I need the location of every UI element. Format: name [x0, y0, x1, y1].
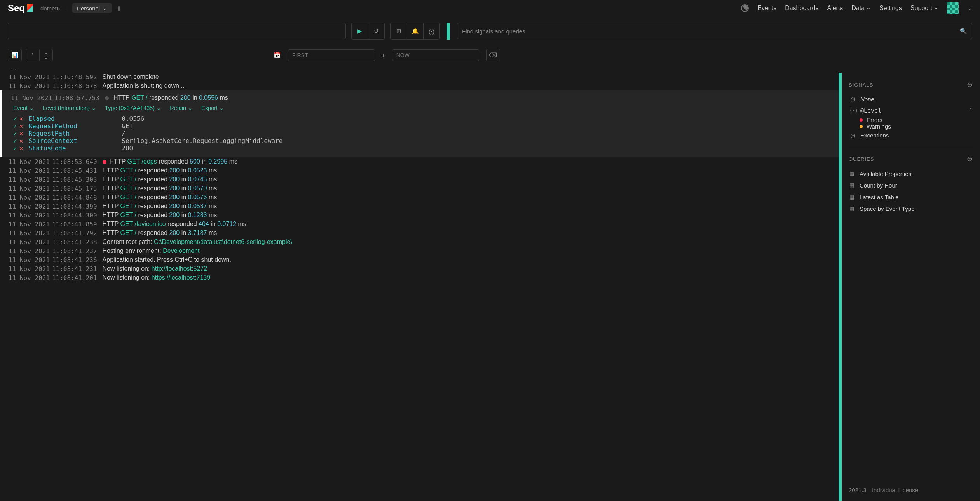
chart-icon[interactable]: 📊: [8, 49, 21, 61]
event-row[interactable]: 11 Nov 202111:10:48.578 Application is s…: [0, 82, 839, 90]
nav-events[interactable]: Events: [757, 5, 776, 12]
event-row[interactable]: 11 Nov 202111:08:41.236 Application star…: [0, 256, 839, 264]
event-message: Now listening on: http://localhost:5272: [103, 265, 830, 273]
query-item[interactable]: ▦Space by Event Type: [849, 203, 973, 214]
event-message: HTTP GET / responded 200 in 0.1283 ms: [103, 212, 830, 219]
query-input[interactable]: [8, 23, 346, 39]
avatar[interactable]: [947, 2, 959, 14]
event-row[interactable]: 11 Nov 202111:08:41.792 HTTP GET / respo…: [0, 229, 839, 238]
chevron-down-icon: ⌄: [102, 5, 107, 12]
alert-icon[interactable]: 🔔: [407, 23, 423, 39]
exclude-icon[interactable]: ✕: [19, 115, 23, 122]
warning-dot-icon: [860, 125, 863, 128]
exclude-icon[interactable]: ✕: [19, 130, 23, 137]
include-icon[interactable]: ✓: [13, 122, 17, 130]
event-menu-export[interactable]: Export ⌄: [201, 105, 224, 111]
property-key: RequestPath: [28, 130, 116, 137]
clear-date-icon[interactable]: ⌫: [487, 49, 500, 61]
event-row[interactable]: 11 Nov 202111:08:45.431 HTTP GET / respo…: [0, 166, 839, 175]
event-timestamp: 11 Nov 202111:08:41.201: [9, 274, 97, 282]
user-menu-chevron-icon[interactable]: ⌄: [967, 5, 972, 12]
event-menu-type[interactable]: Type (0x37AA1435) ⌄: [105, 105, 161, 111]
queries-header: QUERIES: [849, 156, 874, 162]
event-timestamp: 11 Nov 202111:08:41.859: [9, 221, 97, 228]
signals-search[interactable]: Find signals and queries 🔍: [457, 23, 972, 39]
query-item[interactable]: ▦Count by Hour: [849, 179, 973, 191]
add-query-icon[interactable]: ⊕: [967, 155, 973, 163]
event-row[interactable]: 11 Nov 202111:08:41.859 HTTP GET /favico…: [0, 220, 839, 229]
event-timestamp: 11 Nov 202111:08:53.640: [9, 158, 97, 165]
include-icon[interactable]: ✓: [13, 130, 17, 137]
signal-level[interactable]: (•) @Level ⌃: [849, 105, 973, 117]
nav-alerts[interactable]: Alerts: [827, 5, 843, 12]
date-to-input[interactable]: [392, 49, 479, 61]
event-row[interactable]: 11 Nov 202111:10:48.592 Shut down comple…: [0, 73, 839, 82]
event-row[interactable]: 11 Nov 202111:08:45.303 HTTP GET / respo…: [0, 175, 839, 184]
signal-exceptions[interactable]: (•) Exceptions: [849, 130, 973, 141]
braces-icon[interactable]: {}: [39, 49, 52, 61]
include-icon[interactable]: ✓: [13, 137, 17, 144]
property-key: StatusCode: [28, 144, 116, 152]
broadcast-icon[interactable]: (•): [423, 23, 439, 39]
add-panel-icon[interactable]: ⊞: [391, 23, 407, 39]
add-signal-icon[interactable]: ⊕: [967, 80, 973, 89]
quote-icon[interactable]: ❜: [26, 49, 39, 61]
date-from-input[interactable]: [288, 49, 375, 61]
query-item-label: Space by Event Type: [860, 205, 914, 212]
nav-data[interactable]: Data: [851, 5, 871, 12]
event-menu-level[interactable]: Level (Information) ⌄: [43, 105, 96, 111]
query-item[interactable]: ▦Available Properties: [849, 168, 973, 179]
event-row[interactable]: 11 Nov 202111:08:44.390 HTTP GET / respo…: [0, 202, 839, 211]
event-menu-event[interactable]: Event ⌄: [13, 105, 34, 111]
exclude-icon[interactable]: ✕: [19, 122, 23, 130]
signal-warnings[interactable]: Warnings: [849, 123, 973, 130]
signal-warnings-label: Warnings: [867, 123, 891, 130]
calendar-icon[interactable]: 📅: [274, 52, 281, 59]
nav-support[interactable]: Support: [910, 5, 938, 12]
status-dot-icon: [105, 96, 109, 100]
logo-mark-icon: [27, 4, 33, 12]
signal-errors[interactable]: Errors: [849, 117, 973, 123]
license-label: Individual License: [872, 487, 918, 493]
property-key: SourceContext: [28, 137, 116, 144]
run-button[interactable]: ▶: [352, 23, 368, 39]
event-row[interactable]: 11 Nov 202111:08:41.201 Now listening on…: [0, 273, 839, 282]
property-row[interactable]: ✓ ✕ Elapsed 0.0556: [13, 115, 830, 122]
nav-settings[interactable]: Settings: [879, 5, 902, 12]
search-icon: 🔍: [960, 28, 967, 35]
project-link[interactable]: dotnet6: [40, 5, 60, 12]
theme-toggle-icon[interactable]: [741, 4, 749, 12]
event-row[interactable]: 11 Nov 202111:08:41.238 Content root pat…: [0, 238, 839, 247]
brand-logo[interactable]: Seq: [8, 3, 33, 14]
query-item-label: Available Properties: [860, 170, 911, 177]
property-row[interactable]: ✓ ✕ StatusCode 200: [13, 144, 830, 152]
workspace-selector[interactable]: Personal ⌄: [72, 3, 112, 13]
property-row[interactable]: ✓ ✕ SourceContext Serilog.AspNetCore.Req…: [13, 137, 830, 144]
event-row[interactable]: 11 Nov 202111:08:41.237 Hosting environm…: [0, 247, 839, 256]
event-row[interactable]: 11 Nov 202111:08:44.300 HTTP GET / respo…: [0, 211, 839, 220]
event-menu-retain[interactable]: Retain ⌄: [170, 105, 193, 111]
refresh-icon[interactable]: ↺: [368, 23, 384, 39]
exclude-icon[interactable]: ✕: [19, 137, 23, 144]
table-icon: ▦: [849, 193, 855, 200]
event-row[interactable]: 11 Nov 202111:08:44.848 HTTP GET / respo…: [0, 193, 839, 202]
bookmark-icon[interactable]: ▮: [117, 5, 120, 12]
event-timestamp: 11 Nov 202111:08:45.431: [9, 167, 97, 174]
signal-none[interactable]: (•) None: [849, 94, 973, 105]
include-icon[interactable]: ✓: [13, 144, 17, 152]
event-message: HTTP GET / responded 200 in 3.7187 ms: [103, 230, 830, 237]
event-message: Now listening on: https://localhost:7139: [103, 274, 830, 282]
table-icon: ▦: [849, 170, 855, 177]
event-timestamp: 11 Nov 202111:08:41.238: [9, 238, 97, 246]
event-row[interactable]: 11 Nov 202111:08:57.753 HTTP GET / respo…: [11, 94, 830, 103]
event-row[interactable]: 11 Nov 202111:08:41.231 Now listening on…: [0, 264, 839, 273]
include-icon[interactable]: ✓: [13, 115, 17, 122]
event-row[interactable]: 11 Nov 202111:08:45.175 HTTP GET / respo…: [0, 184, 839, 193]
property-row[interactable]: ✓ ✕ RequestMethod GET: [13, 122, 830, 130]
exclude-icon[interactable]: ✕: [19, 144, 23, 152]
property-row[interactable]: ✓ ✕ RequestPath /: [13, 130, 830, 137]
event-message: HTTP GET / responded 200 in 0.0556 ms: [105, 94, 830, 102]
event-row[interactable]: 11 Nov 202111:08:53.640 HTTP GET /oops r…: [0, 157, 839, 166]
nav-dashboards[interactable]: Dashboards: [785, 5, 818, 12]
query-item[interactable]: ▦Latest as Table: [849, 191, 973, 203]
